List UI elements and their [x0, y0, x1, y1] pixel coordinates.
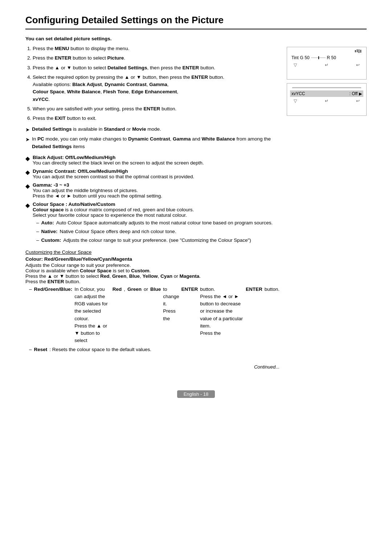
- customizing-reset: Reset: Resets the colour space to the de…: [29, 346, 279, 353]
- step-3: Press the ▲ or ▼ button to select Detail…: [33, 64, 279, 72]
- page-number: English - 18: [177, 390, 215, 398]
- step-1: Press the MENU button to display the men…: [33, 45, 279, 52]
- customizing-sublist: Red/Green/Blue: In Colour, you can adjus…: [25, 286, 279, 353]
- step-5: When you are satisfied with your setting…: [33, 105, 279, 113]
- note-arrow-2: ➤: [25, 136, 30, 143]
- xvycc-row: xvYCC : Off ▶: [290, 90, 363, 97]
- tint-g-value: G 50: [300, 55, 310, 60]
- nav-down-icon: ▽: [294, 62, 297, 68]
- bullet-gamma: ◆ Gamma: -3 ~ +3 You can adjust the midd…: [25, 182, 279, 199]
- nav-enter-icon-2: ↵: [325, 98, 328, 103]
- bullet-title-4: Colour Space : Auto/Native/Custom: [33, 202, 115, 207]
- tint-row: Tint G 50 R 50: [290, 54, 363, 61]
- customizing-rgb: Red/Green/Blue: In Colour, you can adjus…: [29, 286, 279, 345]
- diamond-icon-1: ◆: [25, 155, 30, 162]
- customizing-line-1: Adjusts the Colour range to suit your pr…: [25, 263, 279, 268]
- nav-return-icon-2: ↩: [356, 98, 360, 103]
- tint-slider: [311, 56, 326, 60]
- nav-icons-bottom: ▽ ↵ ↩: [290, 97, 363, 104]
- xvycc-label: xvYCC: [291, 91, 305, 96]
- customizing-heading: Customizing the Colour Space: [25, 249, 279, 255]
- step-4: Select the required option by pressing t…: [33, 74, 279, 103]
- steps-list: Press the MENU button to display the men…: [25, 45, 279, 122]
- bullet-title-3: Gamma: -3 ~ +3: [33, 182, 69, 188]
- menu-box-bottom: xvYCC : Off ▶ ▽ ↵ ↩: [287, 83, 367, 116]
- bullet-title-1: Black Adjust: Off/Low/Medium/High: [33, 155, 115, 160]
- note-arrow-1: ➤: [25, 126, 30, 134]
- colour-space-auto: Auto: Auto Colour Space automatically ad…: [36, 219, 279, 227]
- bullet-title-2: Dynamic Contrast: Off/Low/Medium/High: [33, 168, 128, 174]
- colour-space-sublist: Auto: Auto Colour Space automatically ad…: [33, 219, 279, 244]
- customizing-line-2: Colour is available when Colour Space is…: [25, 268, 279, 273]
- nav-down-icon-2: ▽: [294, 98, 297, 103]
- bullet-body-2: You can adjust the screen contrast so th…: [33, 174, 194, 179]
- menu-box-top: Tint G 50 R 50 ▽ ↵ ↩: [287, 47, 367, 80]
- customizing-subheading: Colour: Red/Green/Blue/Yellow/Cyan/Magen…: [25, 256, 279, 262]
- right-column: Tint G 50 R 50 ▽ ↵ ↩ xvYCC: [287, 47, 367, 116]
- bullet-body-4: Colour space is a colour matrix composed…: [33, 207, 194, 218]
- nav-return-icon: ↩: [356, 62, 360, 68]
- step-2: Press the ENTER button to select Picture…: [33, 54, 279, 62]
- intro-text: You can set detailed picture settings.: [25, 36, 279, 41]
- continued-text: Continued...: [25, 364, 279, 370]
- step-6: Press the EXIT button to exit.: [33, 115, 279, 122]
- colour-space-custom: Custom: Adjusts the colour range to suit…: [36, 237, 279, 244]
- nav-icons-top: ▽ ↵ ↩: [290, 61, 363, 68]
- customizing-section: Customizing the Colour Space Colour: Red…: [25, 249, 279, 353]
- bullet-section: ◆ Black Adjust: Off/Low/Medium/High You …: [25, 155, 279, 246]
- bullet-colour-space: ◆ Colour Space : Auto/Native/Custom Colo…: [25, 202, 279, 246]
- customizing-line-3: Press the ▲ or ▼ button to select Red, G…: [25, 273, 279, 279]
- tint-label: Tint: [291, 55, 299, 60]
- customizing-line-4: Press the ENTER button.: [25, 279, 279, 284]
- bullet-body-3: You can adjust the middle brightness of …: [33, 188, 162, 199]
- diamond-icon-3: ◆: [25, 183, 30, 190]
- left-column: You can set detailed picture settings. P…: [25, 36, 279, 370]
- bullet-dynamic-contrast: ◆ Dynamic Contrast: Off/Low/Medium/High …: [25, 168, 279, 179]
- diamond-icon-4: ◆: [25, 202, 30, 209]
- note-2-text: In PC mode, you can only make changes to…: [32, 135, 279, 150]
- diamond-icon-2: ◆: [25, 169, 30, 176]
- page-footer: English - 18: [25, 391, 367, 397]
- colour-space-native: Native: Native Colour Space offers deep …: [36, 228, 279, 235]
- note-1: ➤ Detailed Settings is available in Stan…: [25, 126, 279, 134]
- note-2: ➤ In PC mode, you can only make changes …: [25, 135, 279, 150]
- note-1-text: Detailed Settings is available in Standa…: [32, 126, 161, 133]
- page-title: Configuring Detailed Settings on the Pic…: [25, 15, 367, 29]
- nav-enter-icon: ↵: [325, 62, 328, 68]
- bullet-body-1: You can directly select the black level …: [33, 160, 204, 166]
- tint-r-value: R 50: [327, 55, 336, 60]
- xvycc-arrow: ▶: [359, 91, 362, 96]
- bullet-black-adjust: ◆ Black Adjust: Off/Low/Medium/High You …: [25, 155, 279, 166]
- xvycc-value: : Off: [350, 91, 358, 96]
